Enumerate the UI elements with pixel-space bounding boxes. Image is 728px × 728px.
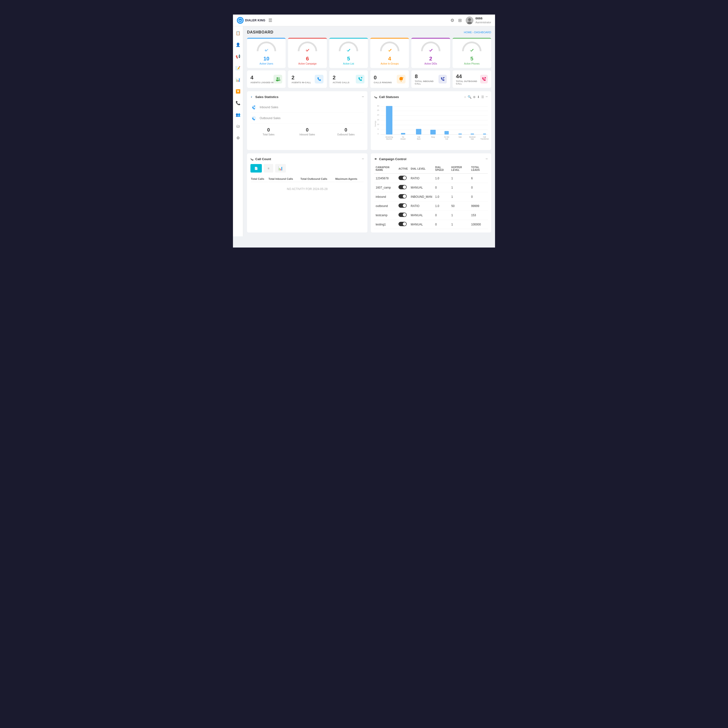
svg-line-12	[348, 49, 350, 51]
svg-text:Declined: Declined	[469, 136, 476, 138]
sidebar-item-filter[interactable]: 🔽	[234, 87, 242, 95]
campaign-dial-speed: 0	[434, 220, 450, 229]
campaign-table: CAMAPIGN NAME ACTIVE DIAL LEVEL DIAL SPE…	[374, 164, 488, 229]
call-count-header: Call Count −	[251, 157, 364, 161]
agents-incall-left: 2 AGENTS IN-CALL	[291, 75, 311, 84]
campaign-active[interactable]	[397, 183, 409, 192]
outbound-sales-value: 0	[328, 127, 364, 133]
sidebar-item-agents[interactable]: 👥	[234, 111, 242, 118]
calls-ringing-label: CALLS RINGING	[374, 81, 392, 84]
page-header: DASHBOARD HOME › DASHBOARD	[247, 30, 491, 34]
call-count-panel: Call Count − 📄 ≡ 📊 Total Calls To	[247, 153, 367, 232]
logo-icon: DK	[237, 17, 244, 24]
tab-table[interactable]: 📄	[251, 164, 262, 173]
chart-ctrl-menu[interactable]: ☰	[481, 95, 484, 99]
outbound-calls-label: TOTAL OUTBOUND CALL	[456, 80, 480, 85]
logo: DK DIALER KING	[237, 17, 266, 24]
campaign-active[interactable]	[397, 192, 409, 202]
active-calls-number: 2	[333, 75, 349, 81]
call-count-title: Call Count	[251, 157, 271, 161]
svg-text:Call: Call	[418, 136, 420, 138]
active-ingroups-label: Active In-Groups	[373, 63, 407, 65]
agents-logged-left: 4 AGENTS LOGGED IN	[251, 75, 274, 84]
menu-toggle[interactable]: ☰	[268, 18, 272, 23]
campaign-minimize[interactable]: −	[486, 157, 488, 161]
breadcrumb-current: DASHBOARD	[474, 31, 491, 34]
campaign-hopper-level: 1	[450, 211, 470, 220]
svg-point-20	[278, 77, 280, 79]
active-phones-number: 5	[455, 55, 489, 62]
total-sales-label: Total Sales	[251, 133, 287, 136]
campaign-dial-level: INBOUND_MAN	[409, 192, 434, 202]
sidebar-item-campaigns[interactable]: 📢	[234, 52, 242, 60]
campaign-header-row: CAMAPIGN NAME ACTIVE DIAL LEVEL DIAL SPE…	[374, 164, 488, 173]
call-statuses-minimize[interactable]: −	[486, 95, 488, 99]
tab-chart[interactable]: 📊	[275, 164, 286, 173]
sidebar-item-reports[interactable]: 📋	[234, 29, 242, 37]
logo-text: DIALER KING	[245, 19, 266, 22]
breadcrumb-separator: ›	[473, 31, 474, 34]
chart-ctrl-circle[interactable]: ○	[464, 95, 466, 99]
outbound-sales-metric: 0 Outbound Sales	[328, 127, 364, 136]
campaign-row: 12345678 RATIO 1.0 1 6	[374, 173, 488, 183]
chart-ctrl-zoom[interactable]: 🔍	[468, 95, 471, 99]
outbound-calls-number: 44	[456, 73, 480, 80]
svg-text:0: 0	[378, 133, 379, 135]
inbound-sales-value: 0	[289, 127, 325, 133]
col-total-inbound: Total Inbound Calls	[268, 176, 300, 182]
calls-ringing-number: 0	[374, 75, 392, 81]
gauge-active-users	[257, 41, 276, 54]
inbound-calls-label: TOTAL INBOUND CALL	[415, 80, 439, 85]
svg-rect-61	[459, 134, 462, 135]
campaign-name: testcamp	[374, 211, 397, 220]
campaign-total-leads: 153	[470, 211, 488, 220]
call-count-table: Total Calls Total Inbound Calls Total Ou…	[251, 176, 364, 182]
sales-minimize[interactable]: −	[362, 95, 364, 99]
sidebar-item-records[interactable]: 🗂	[234, 122, 242, 130]
svg-text:Savings: Savings	[375, 121, 376, 127]
active-campaign-label: Active Campaign	[291, 63, 324, 65]
outbound-sales-metric-label: Outbound Sales	[328, 133, 364, 136]
agents-logged-label: AGENTS LOGGED IN	[251, 81, 274, 84]
calls-ringing-icon	[397, 75, 405, 84]
agents-logged-icon	[274, 75, 282, 84]
svg-text:Do Not: Do Not	[444, 136, 449, 138]
campaign-active[interactable]	[397, 220, 409, 229]
call-count-minimize[interactable]: −	[362, 157, 364, 161]
col-active: ACTIVE	[397, 164, 409, 173]
no-activity-message: NO ACTIVITY FOR 2024-05-28	[251, 182, 364, 196]
svg-line-16	[430, 49, 432, 51]
sales-metrics: 0 Total Sales 0 Inbound Sales 0 Outbound…	[251, 127, 364, 136]
campaign-total-leads: 0	[470, 192, 488, 202]
gauge-active-ingroups	[380, 41, 399, 54]
active-dids-label: Active DIDs	[414, 63, 448, 65]
svg-text:Sale: Sale	[459, 136, 462, 138]
sidebar-item-calls[interactable]: 📞	[234, 99, 242, 107]
svg-text:Answering: Answering	[385, 136, 393, 138]
sidebar-item-lists[interactable]: 📝	[234, 64, 242, 72]
chart-ctrl-download[interactable]: ⬇	[477, 95, 480, 99]
chart-ctrl-zoom-in[interactable]: ⊕	[473, 95, 476, 99]
campaign-dial-level: MANUAL	[409, 183, 434, 192]
sidebar-item-settings[interactable]: ⚙	[234, 134, 242, 142]
tab-list[interactable]: ≡	[264, 164, 273, 173]
campaign-dial-speed: 1.0	[434, 173, 450, 183]
grid-icon[interactable]: ⊞	[458, 18, 462, 23]
campaign-active[interactable]	[397, 211, 409, 220]
inbound-sales-metric: 0 Inbound Sales	[289, 127, 325, 136]
campaign-total-leads: 100000	[470, 220, 488, 229]
settings-icon[interactable]: ⚙	[450, 18, 454, 23]
stat-bar-active-calls: 2 ACTIVE CALLS	[329, 70, 368, 88]
sidebar-item-statistics[interactable]: 📊	[234, 76, 242, 84]
svg-point-19	[277, 77, 278, 79]
campaign-active[interactable]	[397, 202, 409, 211]
bottom-row: Call Count − 📄 ≡ 📊 Total Calls To	[247, 153, 491, 232]
agents-incall-label: AGENTS IN-CALL	[291, 81, 311, 84]
sidebar-item-users[interactable]: 👤	[234, 41, 242, 49]
svg-text:15: 15	[377, 119, 379, 121]
svg-text:Answer: Answer	[401, 138, 406, 140]
stat-bar-inbound-calls: 8 TOTAL INBOUND CALL	[411, 70, 450, 88]
active-campaign-number: 6	[291, 55, 324, 62]
campaign-active[interactable]	[397, 173, 409, 183]
campaign-dial-speed: 0	[434, 183, 450, 192]
